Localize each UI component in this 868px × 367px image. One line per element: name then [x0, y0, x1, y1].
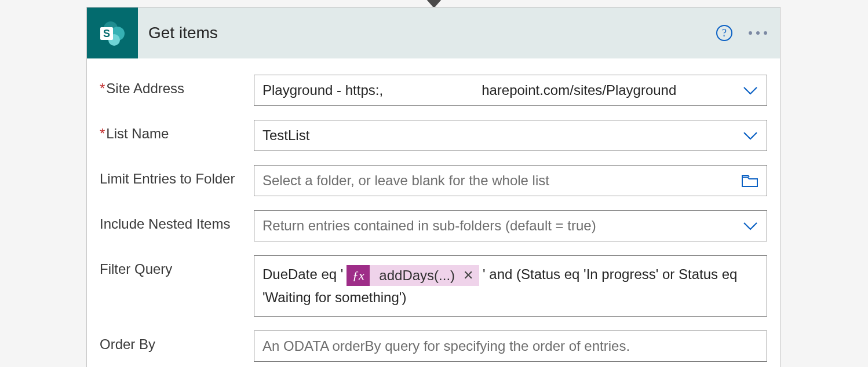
help-icon[interactable]: ? — [716, 25, 732, 41]
sharepoint-connector-icon: S — [87, 8, 138, 58]
folder-picker-icon[interactable] — [741, 174, 758, 188]
action-body: *Site Address Playground - https:,harepo… — [87, 58, 780, 367]
action-header[interactable]: S Get items ? — [87, 8, 780, 58]
limit-folder-label: Limit Entries to Folder — [100, 165, 254, 187]
limit-folder-input[interactable]: Select a folder, or leave blank for the … — [254, 165, 767, 196]
more-menu-icon[interactable] — [749, 31, 767, 35]
chevron-down-icon — [742, 220, 758, 232]
expression-token[interactable]: ƒx addDays(...) ✕ — [347, 265, 479, 286]
list-name-label: *List Name — [100, 120, 254, 142]
fx-icon: ƒx — [347, 265, 370, 286]
include-nested-dropdown[interactable]: Return entries contained in sub-folders … — [254, 210, 767, 241]
filter-query-input[interactable]: DueDate eq ' ƒx addDays(...) ✕ ' and (St… — [254, 255, 767, 317]
filter-text-prefix: DueDate eq ' — [262, 266, 343, 282]
chevron-down-icon — [742, 130, 758, 141]
site-address-dropdown[interactable]: Playground - https:,harepoint.com/sites/… — [254, 75, 767, 106]
order-by-label: Order By — [100, 331, 254, 353]
order-by-input[interactable]: An ODATA orderBy query for specifying th… — [254, 331, 767, 362]
list-name-dropdown[interactable]: TestList — [254, 120, 767, 151]
svg-text:S: S — [103, 28, 110, 39]
include-nested-label: Include Nested Items — [100, 210, 254, 232]
filter-query-label: Filter Query — [100, 255, 254, 277]
site-address-label: *Site Address — [100, 75, 254, 97]
token-remove-icon[interactable]: ✕ — [462, 264, 479, 287]
action-card: S Get items ? *Site Address Playground -… — [86, 7, 781, 367]
expression-token-label: addDays(...) — [370, 264, 462, 287]
chevron-down-icon — [742, 85, 758, 96]
action-title: Get items — [148, 24, 218, 42]
